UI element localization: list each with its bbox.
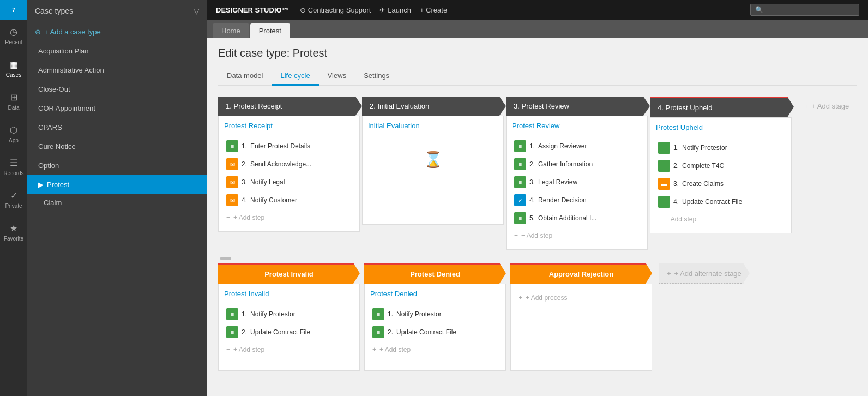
sidebar-item-option[interactable]: Option xyxy=(27,156,207,175)
sidebar-item-label: Option xyxy=(38,161,59,170)
app-logo: DESIGNER STUDIO™ xyxy=(216,6,289,14)
step-item[interactable]: ✉ 2. Send Acknowledge... xyxy=(224,155,354,173)
sub-tab-label: Data model xyxy=(227,71,263,80)
step-item[interactable]: ≡ 1. Notify Protestor xyxy=(656,139,786,157)
sub-tab-life-cycle[interactable]: Life cycle xyxy=(272,67,318,86)
add-alt-stage-container: + + Add alternate stage xyxy=(659,263,750,284)
resize-handle[interactable] xyxy=(220,257,231,260)
step-item[interactable]: ≡ 2. Update Contract File xyxy=(224,323,354,341)
nav-label-records: Records xyxy=(3,170,23,176)
nav-item-recent[interactable]: ◷ Recent xyxy=(0,20,27,52)
add-case-type-button[interactable]: ⊕ + Add a case type xyxy=(27,22,207,41)
add-step-button[interactable]: + + Add step xyxy=(224,209,354,226)
step-item[interactable]: ≡ 2. Gather Information xyxy=(512,155,642,173)
stage-protest-receipt: 1. Protest Receipt Protest Receipt ≡ 1. … xyxy=(218,97,360,232)
add-step-button[interactable]: + + Add step xyxy=(224,341,354,358)
sidebar-item-label: Cure Notice xyxy=(38,142,76,151)
sidebar-item-label: Claim xyxy=(44,199,62,207)
add-step-label: + Add step xyxy=(233,346,264,353)
step-number: 2. xyxy=(242,328,247,336)
sidebar-item-cure-notice[interactable]: Cure Notice xyxy=(27,137,207,156)
sidebar-item-close-out[interactable]: Close-Out xyxy=(27,80,207,99)
contracting-icon: ⊙ xyxy=(300,6,306,14)
pega-logo: 7 xyxy=(0,0,27,20)
nav-item-cases[interactable]: ▦ Cases xyxy=(0,52,27,85)
plus-icon: + xyxy=(658,215,662,223)
stage-header-protest-receipt[interactable]: 1. Protest Receipt xyxy=(218,97,362,116)
alt-stage-header-protest-denied[interactable]: Protest Denied xyxy=(364,263,506,284)
step-item[interactable]: ✓ 4. Render Decision xyxy=(512,191,642,209)
step-icon-orange: ▬ xyxy=(658,178,670,190)
stage-header-initial-evaluation[interactable]: 2. Initial Evaluation xyxy=(362,97,506,116)
add-stage-label: + Add stage xyxy=(811,102,849,110)
sidebar-item-cor-appointment[interactable]: COR Appointment xyxy=(27,99,207,118)
nav-contracting-support[interactable]: ⊙ Contracting Support xyxy=(300,6,371,14)
plus-icon: + xyxy=(804,102,809,110)
step-item[interactable]: ≡ 2. Update Contract File xyxy=(370,323,500,341)
nav-launch[interactable]: ✈ Launch xyxy=(379,6,411,14)
step-item[interactable]: ≡ 2. Complete T4C xyxy=(656,157,786,175)
step-label: Notify Protestor xyxy=(682,144,727,152)
page-content: Edit case type: Protest Data model Life … xyxy=(207,38,868,396)
alt-stage-header-approval-rejection[interactable]: Approval Rejection xyxy=(510,263,652,284)
alt-stage-body-protest-invalid: Protest Invalid ≡ 1. Notify Protestor ≡ … xyxy=(218,284,360,371)
step-item[interactable]: ≡ 1. Assign Reviewer xyxy=(512,137,642,155)
alt-stage-header-protest-invalid[interactable]: Protest Invalid xyxy=(218,263,360,284)
sub-tab-settings[interactable]: Settings xyxy=(355,67,398,86)
top-bar: DESIGNER STUDIO™ ⊙ Contracting Support ✈… xyxy=(207,0,868,20)
nav-item-favorite[interactable]: ★ Favorite xyxy=(0,216,27,249)
sidebar-item-administrative-action[interactable]: Administrative Action xyxy=(27,61,207,80)
step-item[interactable]: ≡ 1. Enter Protest Details xyxy=(224,137,354,155)
sub-tab-views[interactable]: Views xyxy=(319,67,355,86)
add-process-button[interactable]: + + Add process xyxy=(516,290,646,306)
step-item[interactable]: ≡ 1. Notify Protestor xyxy=(224,305,354,323)
add-step-label: + Add step xyxy=(379,346,411,353)
add-alternate-stage-button[interactable]: + + Add alternate stage xyxy=(659,263,750,284)
nav-item-records[interactable]: ☰ Records xyxy=(0,151,27,183)
nav-label: Launch xyxy=(388,6,411,14)
stage-name: Protest Receipt xyxy=(233,102,282,110)
nav-item-private[interactable]: ✓ Private xyxy=(0,183,27,216)
add-step-button[interactable]: + + Add step xyxy=(656,211,786,227)
step-label: Notify Legal xyxy=(250,178,285,186)
tab-protest[interactable]: Protest xyxy=(250,23,290,38)
step-item[interactable]: ▬ 3. Create Claims xyxy=(656,175,786,193)
sidebar-item-protest[interactable]: ▶ Protest xyxy=(27,175,207,194)
step-number: 1. xyxy=(388,310,393,318)
plus-icon: + xyxy=(519,294,522,302)
step-label: Enter Protest Details xyxy=(250,142,310,150)
step-item[interactable]: ✉ 4. Notify Customer xyxy=(224,191,354,209)
step-icon-document: ≡ xyxy=(658,142,670,154)
step-number: 1. xyxy=(529,142,535,150)
sidebar-item-acquisition-plan[interactable]: Acquisition Plan xyxy=(27,41,207,61)
step-item[interactable]: ≡ 1. Notify Protestor xyxy=(370,305,500,323)
plus-icon: + xyxy=(226,214,230,221)
add-stage-button[interactable]: + + Add stage xyxy=(794,97,859,116)
nav-label-recent: Recent xyxy=(5,39,22,45)
step-number: 1. xyxy=(242,310,247,318)
tab-home[interactable]: Home xyxy=(213,23,249,38)
app-icon: ⬡ xyxy=(10,125,17,135)
search-bar[interactable]: 🔍 xyxy=(750,4,859,16)
nav-create[interactable]: + Create xyxy=(420,6,447,14)
step-item[interactable]: ≡ 3. Legal Review xyxy=(512,173,642,191)
nav-item-app[interactable]: ⬡ App xyxy=(0,118,27,151)
sidebar-collapse-button[interactable]: ▽ xyxy=(194,7,200,15)
step-number: 2. xyxy=(242,160,247,168)
step-item[interactable]: ✉ 3. Notify Legal xyxy=(224,173,354,191)
step-label: Notify Protestor xyxy=(396,310,442,318)
step-number: 1. xyxy=(673,144,679,152)
step-item[interactable]: ≡ 4. Update Contract File xyxy=(656,193,786,211)
add-step-button[interactable]: + + Add step xyxy=(512,227,642,244)
step-icon-document: ≡ xyxy=(514,158,526,170)
nav-item-data[interactable]: ⊞ Data xyxy=(0,85,27,118)
sub-tabs: Data model Life cycle Views Settings xyxy=(218,67,857,86)
stage-header-protest-upheld[interactable]: 4. Protest Upheld xyxy=(650,97,794,117)
add-step-button[interactable]: + + Add step xyxy=(370,341,500,358)
sidebar-item-claim[interactable]: Claim xyxy=(27,194,207,211)
sub-tab-data-model[interactable]: Data model xyxy=(218,67,272,86)
step-item[interactable]: ≡ 5. Obtain Additional I... xyxy=(512,209,642,227)
stage-header-protest-review[interactable]: 3. Protest Review xyxy=(506,97,650,116)
sidebar-item-cpars[interactable]: CPARS xyxy=(27,118,207,137)
step-number: 4. xyxy=(673,198,679,206)
